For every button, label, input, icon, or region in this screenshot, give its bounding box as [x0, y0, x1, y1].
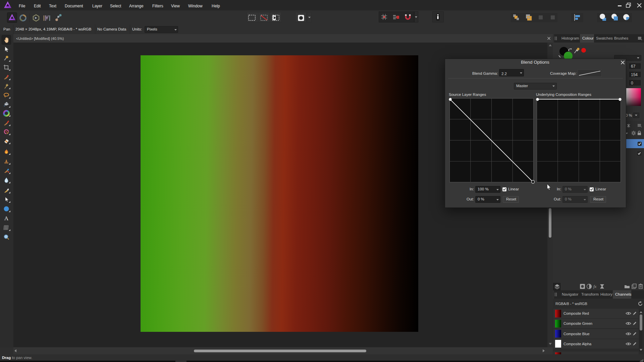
- svg-text:A: A: [4, 215, 9, 222]
- svg-text:fx: fx: [593, 284, 597, 289]
